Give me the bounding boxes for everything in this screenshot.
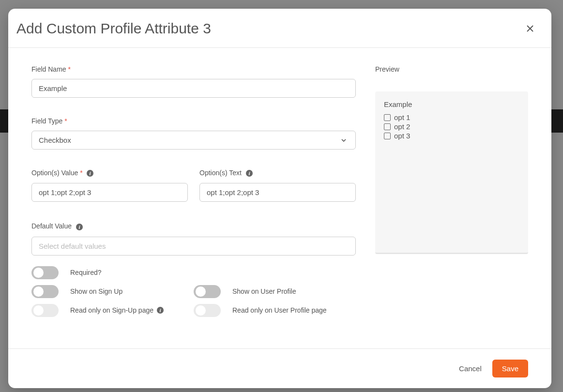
- option-value-label: Option(s) Value * i: [31, 169, 188, 177]
- modal-header: Add Custom Profile Attribute 3: [8, 9, 551, 48]
- show-signup-label: Show on Sign Up: [70, 287, 122, 295]
- form-column: Field Name * Field Type * Checkbox: [31, 65, 356, 339]
- readonly-signup-label: Read only on Sign-Up page: [70, 306, 153, 314]
- preview-option-label: opt 3: [394, 132, 410, 140]
- preview-title: Preview: [375, 65, 528, 73]
- preview-checkbox[interactable]: [384, 114, 391, 121]
- info-icon[interactable]: i: [156, 306, 164, 314]
- show-profile-toggle[interactable]: [194, 285, 221, 298]
- show-signup-toggle[interactable]: [31, 285, 59, 298]
- field-name-label-text: Field Name: [31, 65, 66, 73]
- option-value-group: Option(s) Value * i: [31, 169, 188, 202]
- required-indicator: *: [64, 117, 67, 125]
- default-value-label-text: Default Value: [31, 222, 72, 230]
- readonly-profile-label: Read only on User Profile page: [232, 306, 327, 314]
- show-toggles-row: Show on Sign Up Show on User Profile: [31, 285, 356, 298]
- show-profile-label: Show on User Profile: [232, 287, 296, 295]
- options-row: Option(s) Value * i Option(s) Text: [31, 169, 356, 202]
- toggle-knob: [33, 305, 44, 316]
- option-text-input[interactable]: [199, 183, 356, 202]
- info-icon[interactable]: i: [86, 169, 94, 177]
- toggle-knob: [196, 286, 206, 297]
- preview-field-name: Example: [384, 100, 519, 108]
- preview-option-label: opt 2: [394, 122, 410, 131]
- preview-option-row: opt 2: [384, 122, 519, 131]
- toggle-knob: [196, 305, 206, 316]
- save-button[interactable]: Save: [492, 360, 528, 377]
- preview-box: Example opt 1 opt 2 opt 3: [375, 91, 528, 254]
- modal-footer: Cancel Save: [8, 348, 551, 388]
- toggle-knob: [33, 286, 44, 297]
- modal-title: Add Custom Profile Attribute 3: [16, 20, 211, 37]
- close-icon: [525, 24, 535, 33]
- info-icon[interactable]: i: [76, 223, 83, 231]
- field-type-select[interactable]: Checkbox: [31, 131, 356, 150]
- field-name-label: Field Name *: [31, 65, 356, 73]
- info-icon[interactable]: i: [245, 169, 253, 177]
- cancel-button[interactable]: Cancel: [457, 361, 484, 377]
- field-name-group: Field Name *: [31, 65, 356, 98]
- add-attribute-modal: Add Custom Profile Attribute 3 Field Nam…: [8, 9, 551, 388]
- required-toggle[interactable]: [31, 266, 59, 279]
- preview-column: Preview Example opt 1 opt 2 opt 3: [375, 65, 528, 339]
- preview-checkbox[interactable]: [384, 123, 391, 130]
- readonly-profile-toggle: [194, 304, 221, 317]
- modal-body: Field Name * Field Type * Checkbox: [8, 48, 551, 348]
- preview-option-row: opt 3: [384, 132, 519, 140]
- field-type-select-wrapper: Checkbox: [31, 131, 356, 150]
- required-toggle-label: Required?: [70, 269, 102, 276]
- preview-checkbox[interactable]: [384, 133, 391, 139]
- readonly-signup-toggle: [31, 304, 59, 317]
- option-text-label-text: Option(s) Text: [199, 169, 242, 177]
- field-type-group: Field Type * Checkbox: [31, 117, 356, 150]
- option-text-label: Option(s) Text i: [199, 169, 356, 177]
- preview-option-label: opt 1: [394, 113, 410, 121]
- field-type-label-text: Field Type: [31, 117, 62, 125]
- option-value-input[interactable]: [31, 183, 188, 202]
- preview-option-row: opt 1: [384, 113, 519, 121]
- field-name-input[interactable]: [31, 79, 356, 98]
- readonly-toggles-row: Read only on Sign-Up page i Read only on…: [31, 304, 356, 317]
- default-value-label: Default Value i: [31, 222, 356, 230]
- required-toggle-row: Required?: [31, 266, 356, 279]
- toggle-knob: [33, 268, 44, 278]
- default-value-group: Default Value i: [31, 222, 356, 255]
- close-button[interactable]: [523, 22, 537, 35]
- option-value-label-text: Option(s) Value: [31, 169, 78, 177]
- field-type-label: Field Type *: [31, 117, 356, 125]
- default-value-input[interactable]: [31, 237, 356, 256]
- option-text-group: Option(s) Text i: [199, 169, 356, 202]
- required-indicator: *: [68, 65, 70, 73]
- required-indicator: *: [80, 169, 82, 177]
